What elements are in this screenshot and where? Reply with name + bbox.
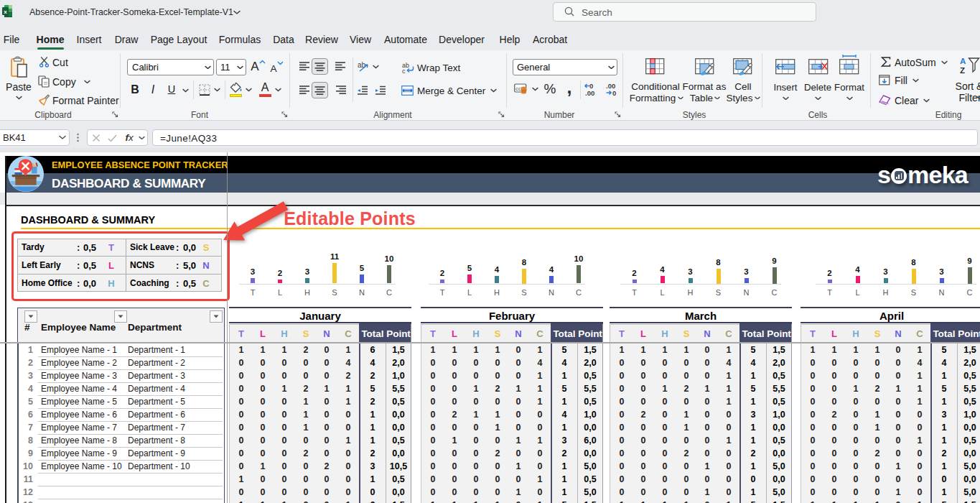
svg-text:.00: .00 [585, 89, 594, 97]
svg-text:c: c [402, 68, 406, 74]
svg-text:x: x [4, 9, 7, 15]
svg-text:Z: Z [960, 66, 965, 75]
svg-text:0: 0 [612, 89, 616, 97]
svg-text:A: A [960, 57, 966, 65]
svg-text:cc: cc [515, 86, 521, 92]
